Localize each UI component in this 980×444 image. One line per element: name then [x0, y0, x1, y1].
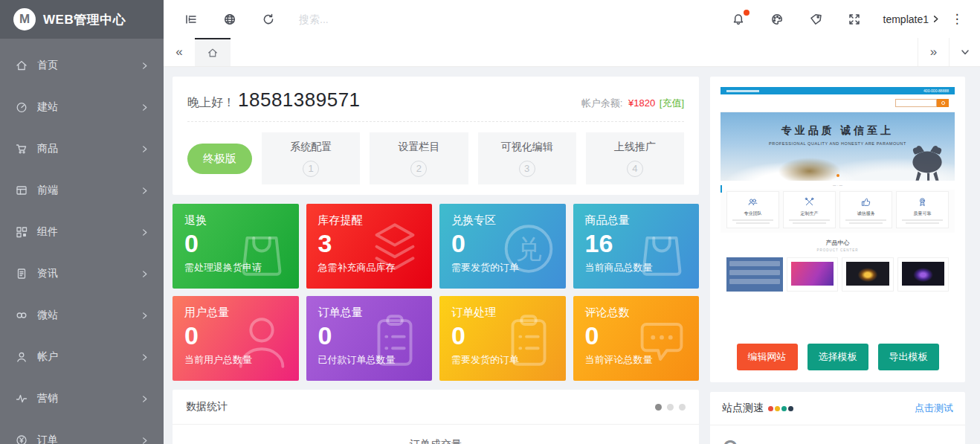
step-go-live[interactable]: 上线推广 4	[586, 132, 684, 184]
sidebar-item-news[interactable]: 资讯	[0, 253, 164, 295]
text-placeholder	[906, 222, 939, 224]
sidebar-item-marketing[interactable]: 营销	[0, 378, 164, 419]
account-balance: 帐户余额: ¥1820 [充值]	[581, 97, 684, 110]
tools-icon	[804, 196, 815, 207]
layers-icon	[362, 216, 428, 282]
recharge-link[interactable]: [充值]	[660, 97, 684, 109]
stat-card-stock-alert[interactable]: 库存提醒 3 急需补充商品库存	[306, 204, 433, 289]
edit-site-button[interactable]: 编辑网站	[737, 344, 798, 370]
step-label: 可视化编辑	[501, 141, 553, 154]
text-placeholder	[902, 219, 943, 221]
shopping-bag-icon	[229, 216, 294, 282]
template-preview[interactable]: 400-000-88888 专业品质 诚信至上 PROFESSIONAL QUA…	[721, 87, 955, 332]
sidebar-item-home[interactable]: 首页	[0, 45, 164, 86]
search-input[interactable]	[299, 13, 462, 25]
tabs-scroll-left-button[interactable]: «	[164, 38, 195, 66]
right-column: 400-000-88888 专业品质 诚信至上 PROFESSIONAL QUA…	[710, 77, 965, 444]
stat-card-total-users[interactable]: 用户总量 0 当前用户总数量	[173, 296, 299, 381]
data-statistics-card: 数据统计 订单成交量	[173, 390, 699, 444]
chevron-right-icon	[141, 437, 149, 444]
comment-bubble-icon	[629, 309, 694, 374]
fullscreen-icon[interactable]	[840, 5, 868, 33]
step-set-columns[interactable]: 设置栏目 2	[370, 132, 468, 184]
preview-search-input	[895, 99, 937, 107]
template-card: 400-000-88888 专业品质 诚信至上 PROFESSIONAL QUA…	[710, 77, 965, 382]
template-name: template1	[883, 13, 929, 25]
preview-feature-service: 诚信服务	[839, 191, 892, 228]
choose-template-button[interactable]: 选择模板	[807, 344, 868, 370]
text-placeholder	[849, 222, 883, 224]
sidebar-item-sitebuilder[interactable]: 建站	[0, 86, 164, 128]
step-label: 上线推广	[614, 141, 656, 154]
chevron-right-icon	[141, 270, 149, 278]
tabs-scroll-right-button[interactable]: »	[918, 38, 949, 66]
template-switcher[interactable]: template1	[883, 13, 940, 25]
left-column: 晚上好！ 18581389571 帐户余额: ¥1820 [充值] 终极版 系统…	[173, 77, 699, 444]
preview-carousel-dot	[836, 174, 839, 177]
step-system-config[interactable]: 系统配置 1	[262, 132, 360, 184]
preview-accent-bar	[721, 185, 722, 193]
carousel-dot[interactable]	[667, 404, 674, 411]
sidebar-item-products[interactable]: 商品	[0, 128, 164, 170]
more-options-icon[interactable]: ⋮	[947, 11, 967, 27]
sidebar-item-microsite[interactable]: 微站	[0, 295, 164, 336]
tab-home[interactable]	[195, 38, 231, 66]
stat-card-total-comments[interactable]: 评论总数 0 当前评论总数量	[573, 296, 700, 381]
components-icon	[15, 225, 28, 239]
step-label: 系统配置	[290, 141, 332, 154]
cart-icon	[15, 142, 28, 155]
preview-feature-team: 专业团队	[726, 191, 779, 228]
greeting-text: 晚上好！	[187, 95, 235, 111]
sidebar-item-label: 资讯	[37, 267, 58, 280]
carousel-dots	[655, 404, 686, 411]
sidebar-item-label: 订单	[37, 434, 58, 444]
carousel-dot[interactable]	[655, 404, 662, 411]
chevron-right-icon	[141, 312, 149, 320]
notification-bell-icon[interactable]	[724, 5, 752, 33]
speed-dot	[775, 406, 780, 411]
text-placeholder	[736, 222, 770, 224]
document-icon	[15, 267, 28, 280]
preview-navbar	[721, 94, 955, 112]
stat-card-exchange[interactable]: 兑换专区 0 需要发货的订单 兑	[439, 204, 566, 289]
link-icon	[15, 309, 28, 322]
user-icon	[15, 350, 28, 364]
sidebar-item-components[interactable]: 组件	[0, 211, 164, 253]
sidebar-item-account[interactable]: 帐户	[0, 336, 164, 378]
stat-card-order-processing[interactable]: 订单处理 0 需要发货的订单	[439, 296, 566, 381]
tabs-menu-button[interactable]	[949, 38, 980, 66]
magnifier-icon	[941, 101, 945, 105]
data-statistics-title: 数据统计	[186, 400, 228, 414]
carousel-dot[interactable]	[679, 404, 686, 411]
menu-fold-icon[interactable]	[177, 5, 205, 33]
stat-card-total-products[interactable]: 商品总量 16 当前商品总数量	[573, 204, 700, 289]
clipboard-icon	[496, 309, 561, 374]
preview-feature-quality: 质量可靠	[896, 191, 949, 228]
feature-label: 定制生产	[786, 210, 833, 217]
stat-card-total-orders[interactable]: 订单总量 0 已付款订单总数量	[306, 296, 433, 381]
preview-products-title: 产品中心	[721, 239, 955, 247]
balance-label: 帐户余额:	[581, 97, 623, 109]
preview-products-row	[721, 252, 955, 292]
preview-features: 专业团队 定制生产 诚信服务	[721, 190, 955, 233]
shopping-bag-icon	[629, 216, 694, 282]
sidebar-item-orders[interactable]: 订单	[0, 419, 164, 444]
chevron-right-icon	[141, 103, 149, 112]
refresh-icon[interactable]	[254, 5, 283, 33]
theme-palette-icon[interactable]	[763, 5, 791, 33]
main-content: 晚上好！ 18581389571 帐户余额: ¥1820 [充值] 终极版 系统…	[164, 67, 980, 444]
feature-label: 质量可靠	[899, 210, 946, 217]
version-badge[interactable]: 终极版	[187, 144, 252, 174]
stat-card-returns[interactable]: 退换 0 需处理退换货申请	[173, 204, 299, 289]
speed-test-card: 站点测速 点击测试 0s 下载用时(秒)	[710, 392, 965, 444]
globe-icon[interactable]	[216, 5, 244, 33]
sidebar-item-frontend[interactable]: 前端	[0, 170, 164, 211]
clipboard-icon	[362, 309, 428, 374]
gauge-icon	[15, 100, 28, 114]
run-speed-test-link[interactable]: 点击测试	[915, 402, 953, 415]
template-actions: 编辑网站 选择模板 导出模板	[721, 344, 955, 370]
sidebar: M WEB管理中心 首页 建站 商品 前端 组件	[0, 0, 164, 444]
export-template-button[interactable]: 导出模板	[878, 344, 939, 370]
step-visual-edit[interactable]: 可视化编辑 3	[478, 132, 576, 184]
tag-icon[interactable]	[802, 5, 830, 33]
